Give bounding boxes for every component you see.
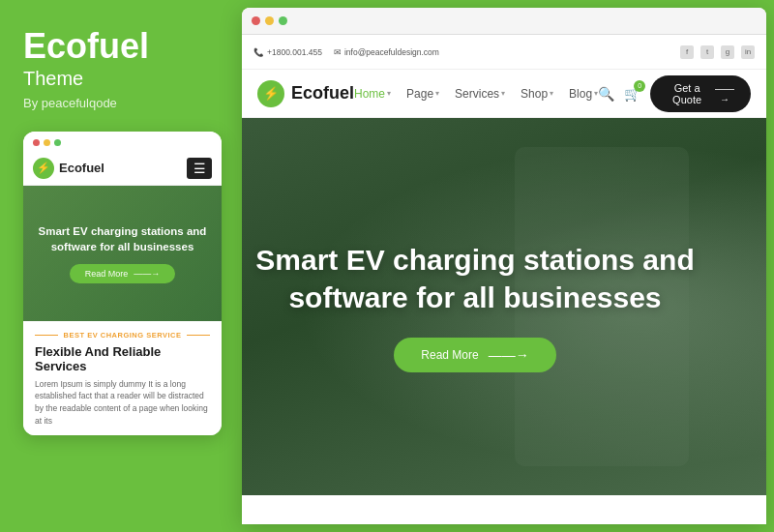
- nav-item-blog[interactable]: Blog ▾: [569, 87, 598, 101]
- mobile-hero: Smart EV charging stations and software …: [23, 186, 222, 321]
- get-quote-button[interactable]: Get a Quote ——→: [650, 75, 751, 112]
- google-icon[interactable]: g: [721, 45, 734, 59]
- arrow-right-icon: ——→: [134, 269, 160, 279]
- nav-logo-text: Ecofuel: [291, 83, 354, 103]
- mobile-nav: ⚡ Ecofuel ☰: [23, 152, 222, 186]
- linkedin-icon[interactable]: in: [741, 45, 755, 59]
- browser-dot-green: [279, 16, 287, 25]
- browser-chrome-bar: [242, 8, 766, 35]
- topbar-phone: 📞 +1800.001.455: [253, 47, 322, 57]
- mobile-logo: ⚡ Ecofuel: [33, 158, 104, 179]
- facebook-icon[interactable]: f: [680, 45, 694, 59]
- nav-item-home[interactable]: Home ▾: [354, 87, 391, 101]
- mobile-mockup: ⚡ Ecofuel ☰ Smart EV charging stations a…: [23, 132, 222, 435]
- nav-item-page[interactable]: Page ▾: [406, 87, 439, 101]
- nav-item-shop[interactable]: Shop ▾: [521, 87, 553, 101]
- browser-dot-red: [252, 16, 260, 25]
- left-panel: Ecofuel Theme By peacefulqode ⚡ Ecofuel …: [0, 0, 240, 532]
- mobile-dot-yellow: [44, 139, 50, 146]
- chevron-down-icon: ▾: [501, 89, 505, 98]
- browser-top-bar: 📞 +1800.001.455 ✉ info@peacefuldesign.co…: [242, 35, 766, 70]
- mobile-section-body: Lorem Ipsum is simply dummy It is a long…: [35, 378, 210, 428]
- nav-item-services[interactable]: Services ▾: [455, 87, 505, 101]
- twitter-icon[interactable]: t: [700, 45, 714, 59]
- brand-subtitle: Theme: [23, 68, 217, 90]
- hero-title: Smart EV charging stations and software …: [255, 241, 694, 316]
- mobile-section-badge: BEST EV CHARGING SERVICE: [35, 331, 210, 340]
- nav-logo: ⚡ Ecofuel: [257, 80, 354, 107]
- browser-mockup: 📞 +1800.001.455 ✉ info@peacefuldesign.co…: [242, 8, 766, 524]
- mobile-section: BEST EV CHARGING SERVICE Flexible And Re…: [23, 321, 222, 435]
- topbar-social-icons: f t g in: [680, 45, 755, 59]
- mobile-menu-button[interactable]: ☰: [187, 158, 212, 179]
- topbar-email: ✉ info@peacefuldesign.com: [334, 47, 439, 57]
- badge-line-right: [187, 335, 210, 336]
- chevron-down-icon: ▾: [387, 89, 391, 98]
- mobile-hero-text: Smart EV charging stations and software …: [33, 223, 212, 254]
- hero-content: Smart EV charging stations and software …: [255, 241, 694, 372]
- browser-hero: Smart EV charging stations and software …: [242, 118, 766, 495]
- hero-read-more-button[interactable]: Read More ——→: [394, 338, 555, 372]
- topbar-contact-info: 📞 +1800.001.455 ✉ info@peacefuldesign.co…: [253, 47, 439, 57]
- browser-dot-yellow: [265, 16, 274, 25]
- search-button[interactable]: 🔍: [598, 86, 614, 102]
- cart-button[interactable]: 🛒 0: [624, 85, 640, 103]
- arrow-right-icon: ——→: [489, 347, 529, 363]
- brand-title: Ecofuel: [23, 27, 217, 66]
- cart-badge: 0: [634, 80, 645, 92]
- mobile-dot-red: [33, 139, 40, 146]
- mobile-window-dots: [33, 139, 61, 146]
- badge-label: BEST EV CHARGING SERVICE: [64, 331, 182, 340]
- nav-logo-icon: ⚡: [257, 80, 284, 107]
- mobile-section-title: Flexible And Reliable Services: [35, 344, 210, 373]
- arrow-right-icon: ——→: [714, 83, 735, 104]
- badge-line-left: [35, 335, 58, 336]
- phone-icon: 📞: [253, 47, 264, 57]
- chevron-down-icon: ▾: [550, 89, 553, 98]
- mobile-hero-read-more-button[interactable]: Read More ——→: [70, 264, 176, 283]
- mobile-top-bar: [23, 132, 222, 152]
- brand-author: By peacefulqode: [23, 96, 217, 110]
- browser-nav: ⚡ Ecofuel Home ▾ Page ▾ Services ▾ Shop …: [242, 70, 766, 118]
- nav-menu: Home ▾ Page ▾ Services ▾ Shop ▾ Blog ▾: [354, 87, 598, 101]
- nav-icons: 🔍 🛒 0 Get a Quote ——→: [598, 75, 751, 112]
- email-icon: ✉: [334, 47, 342, 57]
- mobile-dot-green: [54, 139, 61, 146]
- mobile-logo-icon: ⚡: [33, 158, 54, 179]
- mobile-logo-text: Ecofuel: [59, 161, 104, 175]
- chevron-down-icon: ▾: [435, 89, 439, 98]
